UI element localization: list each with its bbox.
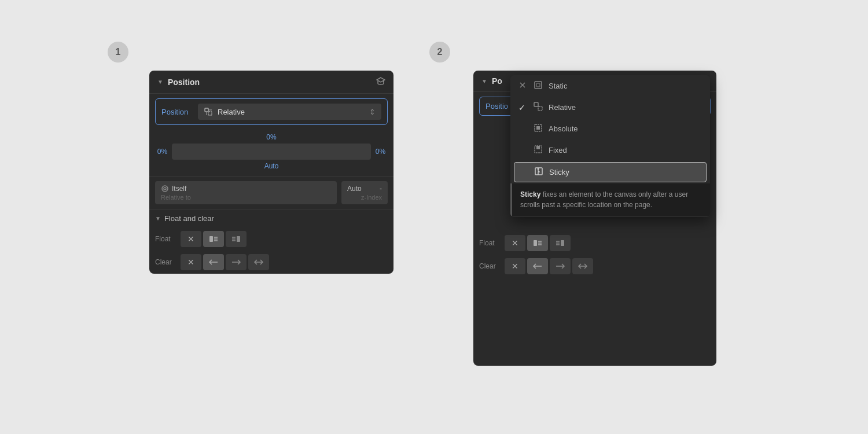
panel-2-clear-both-icon: [578, 261, 588, 271]
panel-2-clear-label: Clear: [479, 262, 501, 270]
panel-2-clear-btn-group: ✕: [505, 258, 593, 274]
float-left-btn[interactable]: [203, 231, 224, 247]
dropdown-item-sticky[interactable]: Sticky: [514, 162, 707, 182]
dropdown-item-absolute[interactable]: Absolute: [510, 118, 710, 139]
panel-2-float-row: Float ✕: [473, 231, 716, 255]
static-pos-icon: [534, 80, 543, 90]
svg-point-5: [162, 186, 168, 192]
sticky-tooltip: Sticky fixes an element to the canvas on…: [510, 183, 710, 216]
panel-2-title: Po: [492, 76, 502, 86]
position-selector-row[interactable]: Position Relative ⇕: [155, 98, 388, 125]
svg-rect-7: [209, 236, 213, 242]
relative-check-icon: ✓: [518, 103, 528, 112]
position-field-label: Position: [161, 108, 193, 116]
svg-rect-38: [536, 146, 540, 149]
svg-point-40: [538, 168, 539, 170]
step-badge-2: 2: [429, 42, 450, 62]
clear-none-btn[interactable]: ✕: [181, 254, 201, 270]
clear-left-icon: [208, 257, 219, 267]
svg-rect-33: [534, 102, 538, 106]
panel-1-title-group: ▼ Position: [157, 78, 200, 87]
tooltip-bold: Sticky: [520, 190, 540, 198]
panel-2-clear-right-btn[interactable]: [550, 258, 571, 274]
zindex-dash: -: [380, 185, 382, 193]
clear-btn-group: ✕: [181, 254, 269, 270]
float-btn-group: ✕: [181, 231, 247, 247]
svg-rect-11: [237, 236, 240, 242]
clear-left-btn[interactable]: [203, 254, 224, 270]
float-clear-header: ▼ Float and clear: [149, 209, 393, 227]
relative-to-value-label: Itself: [172, 185, 186, 193]
panel-2-clear-none-btn[interactable]: ✕: [505, 258, 525, 274]
zindex-value-text: Auto: [347, 185, 362, 193]
dropdown-item-static[interactable]: Static: [510, 75, 710, 97]
clear-right-icon: [231, 257, 241, 267]
panel-2-clear-left-icon: [532, 261, 543, 271]
absolute-label: Absolute: [549, 124, 578, 133]
offset-center-input[interactable]: [172, 144, 371, 160]
clear-both-icon: [253, 257, 264, 267]
panel-1-title: Position: [168, 78, 200, 87]
fixed-pos-icon: [534, 145, 543, 154]
step-badge-1: 1: [108, 42, 128, 62]
position-dropdown-overlay: Static ✓ Relative Absolute: [510, 75, 710, 217]
static-x-icon: [518, 81, 527, 89]
offset-right-value[interactable]: 0%: [373, 148, 388, 156]
absolute-pos-icon: [534, 123, 543, 133]
panel-2-clear-left-btn[interactable]: [527, 258, 548, 274]
sticky-pos-icon: [534, 167, 543, 176]
panel-2-chevron-icon: ▼: [481, 78, 487, 84]
static-label: Static: [549, 82, 568, 90]
float-clear-chevron-icon: ▼: [155, 215, 161, 222]
relative-label: Relative: [549, 103, 576, 112]
relative-zindex-row: Itself Relative to Auto - z-Index: [155, 181, 388, 204]
help-icon: [376, 76, 385, 86]
relative-pos-icon: [534, 102, 543, 111]
svg-rect-22: [561, 240, 564, 246]
panel-2-float-right-icon: [555, 238, 565, 248]
tooltip-text: fixes an element to the canvas only afte…: [520, 190, 688, 209]
float-right-btn[interactable]: [226, 231, 247, 247]
zindex-label: z-Index: [347, 194, 382, 201]
panel-2-clear-row: Clear ✕: [473, 255, 716, 278]
panel-1: ▼ Position Position Relative: [149, 71, 393, 274]
panel-2-float-none-btn[interactable]: ✕: [505, 235, 525, 251]
relative-position-icon: [204, 107, 213, 116]
position-dropdown-button[interactable]: Relative ⇕: [198, 104, 381, 120]
clear-right-btn[interactable]: [226, 254, 247, 270]
panel-2-float-right-btn[interactable]: [550, 235, 571, 251]
dropdown-arrow-icon: ⇕: [369, 108, 376, 116]
sticky-label: Sticky: [549, 168, 569, 176]
svg-point-6: [164, 187, 166, 190]
svg-rect-1: [205, 108, 208, 112]
float-right-icon: [231, 234, 241, 244]
relative-to-icon: [161, 185, 169, 193]
clear-both-btn[interactable]: [248, 254, 269, 270]
dropdown-item-relative[interactable]: ✓ Relative: [510, 97, 710, 118]
position-value-label: Relative: [218, 108, 245, 116]
panel-2-clear-both-btn[interactable]: [572, 258, 593, 274]
fixed-label: Fixed: [549, 146, 567, 155]
float-left-icon: [208, 234, 219, 244]
offsets-section: 0% 0% 0% Auto: [149, 130, 393, 176]
relative-to-box[interactable]: Itself Relative to: [155, 181, 337, 204]
offset-auto-value[interactable]: Auto: [155, 162, 388, 170]
float-row: Float ✕: [149, 227, 393, 251]
panel-2-float-label: Float: [479, 239, 501, 247]
float-label: Float: [155, 235, 177, 243]
svg-rect-18: [534, 240, 537, 246]
svg-rect-2: [208, 112, 212, 115]
offset-left-value[interactable]: 0%: [155, 148, 170, 156]
panel-2-float-left-btn[interactable]: [527, 235, 548, 251]
offset-top-value[interactable]: 0%: [155, 133, 388, 141]
float-none-btn[interactable]: ✕: [181, 231, 201, 247]
svg-rect-34: [538, 106, 542, 111]
dropdown-item-fixed[interactable]: Fixed: [510, 139, 710, 161]
panel-1-header: ▼ Position: [149, 71, 393, 94]
clear-row: Clear ✕: [149, 251, 393, 274]
panel-2-clear-right-icon: [555, 261, 565, 271]
panel-1-header-icon: [376, 76, 385, 87]
zindex-box[interactable]: Auto - z-Index: [341, 181, 388, 204]
panel-2-float-left-icon: [532, 238, 543, 248]
panel-2-float-btn-group: ✕: [505, 235, 571, 251]
